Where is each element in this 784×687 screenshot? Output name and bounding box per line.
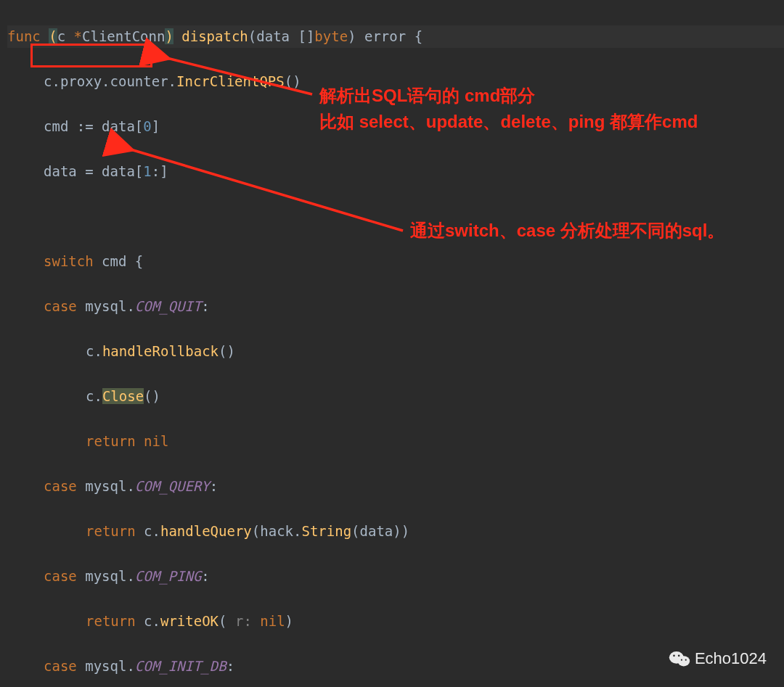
- code-line: c.proxy.counter.IncrClientQPS(): [7, 70, 784, 93]
- code-line: c.Close(): [7, 385, 784, 408]
- code-line: return c.handleQuery(hack.String(data)): [7, 520, 784, 543]
- code-editor[interactable]: func (c *ClientConn) dispatch(data []byt…: [0, 0, 784, 687]
- code-line: cmd := data[0]: [7, 115, 784, 138]
- code-line: [7, 205, 784, 228]
- code-line: c.handleRollback(): [7, 340, 784, 363]
- code-line: switch cmd {: [7, 250, 784, 273]
- code-line: case mysql.COM_QUERY:: [7, 475, 784, 498]
- code-line: case mysql.COM_PING:: [7, 565, 784, 588]
- code-line: data = data[1:]: [7, 160, 784, 183]
- code-line: return c.writeOK( r: nil): [7, 610, 784, 633]
- code-line: case mysql.COM_INIT_DB:: [7, 655, 784, 678]
- code-line: func (c *ClientConn) dispatch(data []byt…: [7, 25, 784, 48]
- code-line: return nil: [7, 430, 784, 453]
- code-line: case mysql.COM_QUIT:: [7, 295, 784, 318]
